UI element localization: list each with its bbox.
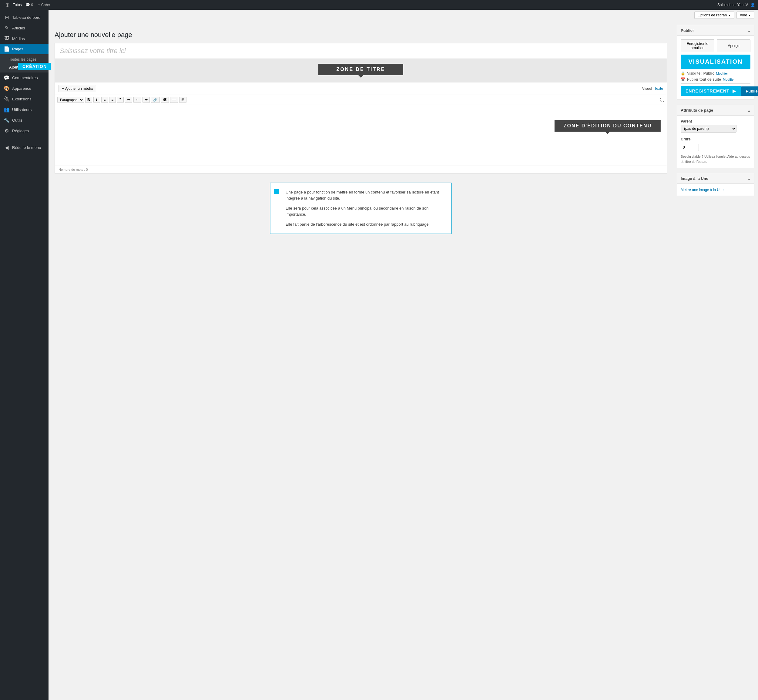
editor-content[interactable]: ZONE D'ÉDITION DU CONTENU bbox=[55, 105, 667, 166]
utilisateurs-icon: 👥 bbox=[4, 107, 10, 112]
order-input[interactable] bbox=[681, 144, 699, 151]
page-wrap: ⊞ Tableau de bord ✎ Articles 🖼 Médias 📄 … bbox=[0, 10, 758, 700]
enregistrement-label[interactable]: ENREGISTREMENT bbox=[681, 86, 741, 96]
info-para2: Elle sera pour cela associcée à un Menu … bbox=[285, 205, 442, 217]
sidebar-item-extensions[interactable]: 🔌 Extensions bbox=[0, 94, 48, 104]
publish-button[interactable]: Publier bbox=[741, 86, 758, 96]
dashboard-icon: ⊞ bbox=[4, 14, 10, 20]
publier-title: Publier bbox=[681, 28, 694, 33]
expand-button[interactable]: ⛶ bbox=[660, 97, 664, 102]
sidebar-item-outils[interactable]: 🔧 Outils bbox=[0, 115, 48, 125]
visibility-icon: 🔒 bbox=[681, 71, 685, 75]
wp-logo-icon: ⊕ bbox=[3, 1, 11, 9]
creation-badge: CRÉATION bbox=[18, 63, 51, 70]
order-label: Ordre bbox=[681, 137, 750, 141]
unlink-button[interactable]: ⛓ bbox=[161, 97, 169, 103]
tab-text[interactable]: Texte bbox=[654, 86, 663, 91]
site-name[interactable]: Tutos bbox=[13, 3, 22, 7]
bold-button[interactable]: B bbox=[85, 97, 92, 103]
create-button[interactable]: + Créer bbox=[38, 3, 50, 7]
format-toolbar: Paragraphe B I ≡ ≡ " ⬅ ↔ ➡ 🔗 ⛓ — ⊞ ⛶ bbox=[55, 95, 667, 105]
word-count-text: Nombre de mots : 0 bbox=[59, 168, 88, 171]
save-draft-button[interactable]: Enregistrer le brouillon bbox=[681, 39, 714, 52]
image-une-toggle[interactable] bbox=[748, 176, 750, 181]
image-une-title: Image à la Une bbox=[681, 176, 708, 181]
align-right-button[interactable]: ➡ bbox=[142, 97, 150, 103]
publier-body: Enregistrer le brouillon Aperçu VISUALIS… bbox=[677, 36, 754, 100]
attributs-title: Attributs de page bbox=[681, 108, 713, 112]
visibility-modify-link[interactable]: Modifier bbox=[716, 72, 728, 75]
publier-toggle[interactable] bbox=[748, 28, 750, 33]
greeting-text: Salutations, YannV bbox=[717, 3, 748, 7]
sidebar-item-reduire[interactable]: ◀ Réduire le menu bbox=[0, 142, 48, 153]
chevron-down-icon bbox=[728, 13, 731, 17]
publier-schedule: 📅 Publier tout de suite Modifier bbox=[681, 77, 750, 81]
sidebar-right: Publier Enregistrer le brouillon Aperçu … bbox=[673, 10, 758, 700]
sidebar-item-utilisateurs[interactable]: 👥 Utilisateurs bbox=[0, 104, 48, 115]
parent-select[interactable]: (pas de parent) bbox=[681, 125, 736, 133]
align-left-button[interactable]: ⬅ bbox=[125, 97, 132, 103]
help-button[interactable]: Aide bbox=[736, 11, 754, 19]
attributs-body: Parent (pas de parent) Ordre Besoin d'ai… bbox=[677, 116, 754, 168]
image-une-box: Image à la Une Mettre une image à la Une bbox=[677, 173, 754, 196]
publier-header: Publier bbox=[677, 25, 754, 36]
image-une-body: Mettre une image à la Une bbox=[677, 184, 754, 195]
image-une-header: Image à la Une bbox=[677, 173, 754, 184]
media-toolbar-row: + Ajouter un média Visuel Texte bbox=[55, 83, 667, 95]
zone-titre-label: ZONE DE TITRE bbox=[318, 64, 404, 75]
extensions-icon: 🔌 bbox=[4, 96, 10, 102]
reglages-icon: ⚙ bbox=[4, 128, 10, 134]
italic-button[interactable]: I bbox=[94, 97, 100, 103]
parent-label: Parent bbox=[681, 119, 750, 123]
screen-options-button[interactable]: Options de l'écran bbox=[694, 11, 734, 19]
commentaires-icon: 💬 bbox=[4, 75, 10, 81]
sidebar-item-commentaires[interactable]: 💬 Commentaires bbox=[0, 72, 48, 83]
table-button[interactable]: ⊞ bbox=[179, 97, 186, 103]
pages-submenu: Toutes les pages Ajouter CRÉATION bbox=[0, 54, 48, 72]
articles-icon: ✎ bbox=[4, 25, 10, 31]
set-featured-image-link[interactable]: Mettre une image à la Une bbox=[681, 188, 724, 192]
sidebar-item-medias[interactable]: 🖼 Médias bbox=[0, 33, 48, 44]
user-icon: 👤 bbox=[750, 3, 755, 7]
apercu-button[interactable]: Aperçu bbox=[717, 39, 750, 52]
comment-count[interactable]: 💬 0 bbox=[25, 3, 33, 7]
info-para1: Une page à pour fonction de mettre en fo… bbox=[285, 189, 442, 201]
chevron-down-icon bbox=[748, 13, 751, 17]
zone-edition-container: ZONE D'ÉDITION DU CONTENU bbox=[61, 111, 661, 144]
tab-visual[interactable]: Visuel bbox=[642, 86, 652, 91]
sidebar-sub-toutes[interactable]: Toutes les pages bbox=[0, 56, 48, 63]
sidebar-item-articles[interactable]: ✎ Articles bbox=[0, 23, 48, 33]
link-button[interactable]: 🔗 bbox=[151, 97, 160, 103]
publish-modify-link[interactable]: Modifier bbox=[723, 78, 735, 81]
sidebar-item-reglages[interactable]: ⚙ Réglages bbox=[0, 125, 48, 136]
attributs-header: Attributs de page bbox=[677, 105, 754, 116]
align-center-button[interactable]: ↔ bbox=[133, 97, 141, 103]
publier-footer: ENREGISTREMENT Publier bbox=[681, 83, 750, 96]
blockquote-button[interactable]: " bbox=[117, 97, 124, 103]
paragraph-select[interactable]: Paragraphe bbox=[57, 97, 84, 103]
add-media-button[interactable]: + Ajouter un média bbox=[59, 85, 96, 92]
sidebar-item-pages[interactable]: 📄 Pages bbox=[0, 44, 48, 54]
visualisation-label: VISUALISATION bbox=[681, 55, 750, 69]
medias-icon: 🖼 bbox=[4, 36, 10, 41]
info-para3: Elle fait partie de l'arborescence du si… bbox=[285, 222, 442, 228]
publier-visibility: 🔒 Visibilité : Public Modifier bbox=[681, 71, 750, 75]
word-count-bar: Nombre de mots : 0 bbox=[55, 166, 667, 173]
info-icon bbox=[274, 189, 279, 194]
sidebar-item-apparence[interactable]: 🎨 Apparence bbox=[0, 83, 48, 94]
pages-icon: 📄 bbox=[4, 46, 10, 52]
ul-button[interactable]: ≡ bbox=[101, 97, 108, 103]
sidebar-sub-ajouter[interactable]: Ajouter CRÉATION bbox=[0, 63, 48, 71]
attributs-toggle[interactable] bbox=[748, 107, 750, 113]
sidebar-item-dashboard[interactable]: ⊞ Tableau de bord bbox=[0, 12, 48, 23]
attributs-box: Attributs de page Parent (pas de parent)… bbox=[677, 105, 754, 168]
reduire-icon: ◀ bbox=[4, 145, 10, 150]
apparence-icon: 🎨 bbox=[4, 86, 10, 91]
ol-button[interactable]: ≡ bbox=[109, 97, 116, 103]
admin-topbar: ⊕ Tutos 💬 0 + Créer Salutations, YannV 👤 bbox=[0, 0, 758, 10]
publier-box: Publier Enregistrer le brouillon Aperçu … bbox=[677, 25, 754, 100]
screen-options-bar: Options de l'écran Aide bbox=[691, 10, 758, 20]
hr-button[interactable]: — bbox=[170, 97, 178, 103]
topbar-items: 💬 0 + Créer bbox=[25, 3, 50, 7]
page-title-input[interactable] bbox=[55, 43, 667, 59]
